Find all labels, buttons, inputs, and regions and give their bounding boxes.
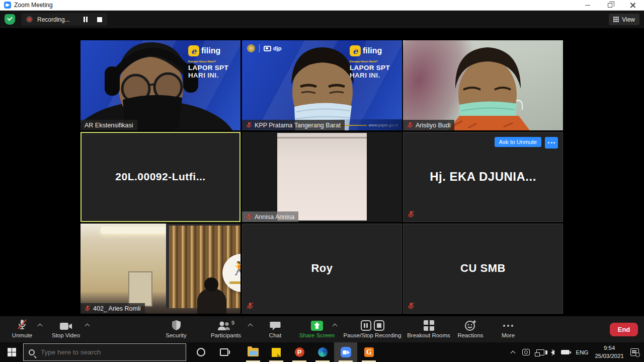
video-tile-eka-djunia[interactable]: Ask to Unmute Hj. EKA DJUNIA... xyxy=(403,132,563,222)
video-tile-annisa[interactable]: Annisa Annisa xyxy=(242,132,402,222)
security-button[interactable]: Security xyxy=(161,319,191,338)
efiling-banner: e filing Kenapa Harus Nanti? LAPOR SPT H… xyxy=(350,45,396,79)
muted-mic-icon xyxy=(247,302,254,310)
participant-name-label: KPP Pratama Tangerang Barat xyxy=(242,120,345,130)
chat-button[interactable]: Chat xyxy=(263,319,288,338)
efiling-banner: e filing Kenapa Harus Nanti? LAPOR SPT H… xyxy=(188,45,234,79)
djp-logo-icon xyxy=(264,46,271,51)
share-screen-icon xyxy=(311,321,323,331)
cortana-button[interactable] xyxy=(189,342,212,362)
view-label: View xyxy=(622,16,635,23)
time: 9:54 xyxy=(595,344,624,352)
video-tile-aries-romli[interactable]: 402_ Aries Romli xyxy=(80,224,240,314)
language-indicator[interactable]: ENG xyxy=(576,349,589,355)
more-button[interactable]: More xyxy=(496,319,521,338)
pause-recording-button[interactable] xyxy=(84,17,88,22)
participant-name: Roy xyxy=(243,261,401,274)
participants-options-chevron[interactable] xyxy=(249,323,253,327)
taskbar-search[interactable] xyxy=(23,343,186,361)
meeting-toolbar: Unmute Stop Video Security xyxy=(0,316,644,342)
participant-name: CU SMB xyxy=(404,261,562,274)
participant-name: Hj. EKA DJUNIA... xyxy=(404,169,562,183)
video-tile-lutfi-active-speaker[interactable]: 20L.00092-Lutfi... xyxy=(80,132,240,222)
camera-icon xyxy=(59,322,72,331)
video-tile-roy[interactable]: Roy xyxy=(242,224,402,314)
system-tray: ENG 9:54 25/03/2021 xyxy=(511,342,644,362)
share-options-chevron[interactable] xyxy=(333,323,337,327)
stop-recording-button[interactable] xyxy=(97,17,102,22)
start-button[interactable] xyxy=(0,342,23,362)
video-tile-kpp-pratama[interactable]: djp e filing Kenapa Harus Nanti? LAPOR S… xyxy=(242,40,402,130)
breakout-rooms-icon xyxy=(424,320,434,331)
close-icon xyxy=(630,3,635,8)
powerpoint-button[interactable]: P xyxy=(288,342,311,362)
chat-icon xyxy=(270,321,281,331)
ask-to-unmute-button[interactable]: Ask to Unmute xyxy=(495,137,541,147)
unmute-options-chevron[interactable] xyxy=(38,323,42,327)
participant-name: AR Ekstensifikasi xyxy=(85,122,133,129)
windows-taskbar: P G ENG 9:54 25/03/2021 xyxy=(0,342,644,362)
video-tile-aristiyo-budi[interactable]: Aristiyo Budi xyxy=(403,40,563,130)
more-options-button[interactable] xyxy=(545,137,558,149)
file-explorer-icon xyxy=(248,348,259,356)
unmute-button[interactable]: Unmute xyxy=(7,319,37,338)
task-view-button[interactable] xyxy=(212,342,235,362)
gallery-view-icon xyxy=(613,17,619,22)
stop-video-button[interactable]: Stop Video xyxy=(50,319,82,338)
participant-video xyxy=(403,40,563,130)
stop-recording-icon xyxy=(374,320,384,331)
video-tile-cu-smb[interactable]: CU SMB xyxy=(403,224,563,314)
djp-logos: djp xyxy=(247,44,282,52)
more-icon xyxy=(503,325,514,331)
muted-mic-icon xyxy=(85,305,91,312)
recording-dot-icon xyxy=(26,16,33,23)
clock[interactable]: 9:54 25/03/2021 xyxy=(595,344,624,360)
volume-tray-icon[interactable] xyxy=(551,350,554,355)
search-icon xyxy=(29,349,35,355)
restore-icon xyxy=(608,3,612,8)
muted-mic-icon xyxy=(246,122,252,128)
pause-stop-recording-button[interactable]: Pause/Stop Recording xyxy=(343,319,401,338)
task-view-icon xyxy=(220,348,228,356)
close-button[interactable] xyxy=(621,0,644,11)
video-options-chevron[interactable] xyxy=(86,323,90,327)
participant-name-label: Aristiyo Budi xyxy=(403,120,454,130)
edge-button[interactable] xyxy=(311,342,334,362)
battery-tray-icon[interactable] xyxy=(561,350,570,354)
participant-name: Annisa Annisa xyxy=(255,213,294,221)
participant-name: 402_ Aries Romli xyxy=(93,305,141,312)
network-tray-icon[interactable] xyxy=(536,349,544,355)
recording-indicator: Recording... xyxy=(21,13,107,26)
encryption-shield-icon[interactable] xyxy=(5,14,15,25)
screen-record-tray-icon[interactable] xyxy=(522,349,530,355)
pdf-reader-button[interactable]: G xyxy=(357,342,380,362)
share-screen-button[interactable]: Share Screen xyxy=(296,319,338,338)
view-button[interactable]: View xyxy=(609,14,639,25)
participants-icon xyxy=(217,321,230,331)
minimize-button[interactable] xyxy=(576,0,599,11)
windows-logo-icon xyxy=(8,348,16,356)
window-title: Zoom Meeting xyxy=(14,2,53,9)
participant-name: Aristiyo Budi xyxy=(416,122,450,129)
participant-name-label: Annisa Annisa xyxy=(242,211,298,222)
minimize-icon xyxy=(585,5,590,6)
restore-button[interactable] xyxy=(599,0,621,11)
file-explorer-button[interactable] xyxy=(242,342,265,362)
participants-button[interactable]: 9 Participants xyxy=(207,319,245,338)
zoom-taskbar-button[interactable] xyxy=(334,342,357,362)
participants-count: 9 xyxy=(231,320,234,326)
search-input[interactable] xyxy=(41,348,162,356)
breakout-rooms-button[interactable]: Breakout Rooms xyxy=(406,319,452,338)
action-center-icon[interactable] xyxy=(630,348,639,356)
zoom-icon xyxy=(341,347,351,357)
recording-label: Recording... xyxy=(37,16,70,23)
meeting-top-bar: Recording... View xyxy=(0,11,644,28)
tray-expand-chevron[interactable] xyxy=(511,350,516,354)
end-meeting-button[interactable]: End xyxy=(610,323,638,336)
reactions-button[interactable]: Reactions xyxy=(454,319,487,338)
video-tile-ar-ekstensifikasi[interactable]: e filing Kenapa Harus Nanti? LAPOR SPT H… xyxy=(80,40,240,130)
participant-video xyxy=(277,133,367,221)
sticky-notes-button[interactable] xyxy=(265,342,288,362)
title-bar: Zoom Meeting xyxy=(0,0,644,11)
participant-name: KPP Pratama Tangerang Barat xyxy=(255,122,341,129)
